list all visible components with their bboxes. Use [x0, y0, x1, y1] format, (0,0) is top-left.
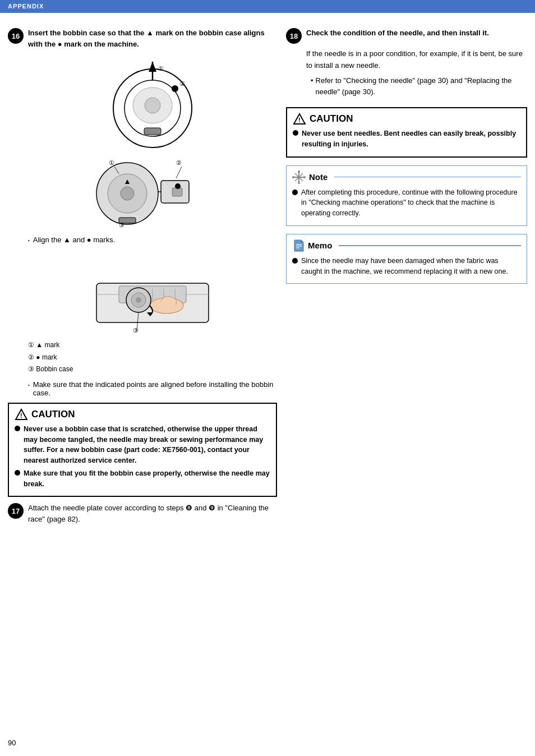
step16-header: 16 Insert the bobbin case so that the ▲ …: [8, 27, 277, 49]
memo-title: Memo: [292, 239, 521, 252]
caution-triangle-icon: !: [15, 408, 28, 421]
memo-item-1: Since the needle may have been damaged w…: [292, 256, 521, 277]
note-divider: [334, 177, 521, 178]
step18-body: If the needle is in a poor condition, fo…: [306, 48, 527, 98]
svg-text:③: ③: [133, 327, 139, 334]
step16-bullet2: • Make sure that the indicated points ar…: [28, 380, 277, 397]
legend-item-3: ③ Bobbin case: [28, 363, 277, 376]
caution-box-2: ! CAUTION Never use bent needles. Bent n…: [286, 107, 527, 158]
caution2-triangle-icon: !: [293, 113, 306, 125]
svg-point-36: [136, 297, 141, 303]
svg-text:③: ③: [119, 222, 124, 228]
header-label: APPENDIX: [8, 3, 44, 10]
svg-text:②: ②: [179, 80, 185, 87]
content-area: 16 Insert the bobbin case so that the ▲ …: [0, 19, 535, 540]
memo-icon: [292, 239, 305, 252]
page: APPENDIX 16 Insert the bobbin case so th…: [0, 0, 535, 756]
header-bar: APPENDIX: [0, 0, 535, 12]
svg-rect-3: [144, 128, 161, 135]
step17-circle: 17: [8, 503, 24, 519]
svg-rect-16: [172, 188, 182, 196]
svg-text:!: !: [298, 117, 301, 123]
bobbin-top-diagram: ① ②: [96, 55, 209, 150]
caution1-item1: Never use a bobbin case that is scratche…: [15, 424, 270, 466]
svg-text:①: ①: [109, 159, 114, 166]
step16-images: ① ②: [28, 55, 277, 230]
insertion-diagram: ③: [85, 250, 220, 334]
memo-box: Memo Since the needle may have been dama…: [286, 234, 527, 284]
step18-title: Check the condition of the needle, and t…: [306, 27, 489, 39]
section-divider: [0, 12, 535, 13]
svg-text:②: ②: [176, 159, 182, 166]
step16-text: Insert the bobbin case so that the ▲ mar…: [28, 27, 277, 49]
legend-item-2: ② ● mark: [28, 352, 277, 364]
step18-header: 18 Check the condition of the needle, an…: [286, 27, 527, 44]
step18-ref: • Refer to "Checking the needle" (page 3…: [311, 75, 527, 99]
memo-divider: [339, 245, 521, 246]
svg-text:①: ①: [158, 65, 164, 72]
svg-point-49: [298, 182, 300, 184]
step17-header: 17 Attach the needle plate cover accordi…: [8, 503, 277, 524]
bobbin-side-diagram: ① ② ③: [85, 157, 220, 230]
note-title: Note: [292, 170, 521, 184]
svg-point-48: [298, 170, 300, 173]
svg-point-4: [172, 85, 178, 92]
note-item-1: After completing this procedure, continu…: [292, 187, 521, 219]
caution2-item1: Never use bent needles. Bent needles can…: [293, 128, 520, 150]
right-column: 18 Check the condition of the needle, an…: [286, 27, 527, 529]
left-column: 16 Insert the bobbin case so that the ▲ …: [8, 27, 277, 529]
caution2-title: ! CAUTION: [293, 113, 520, 125]
svg-point-13: [121, 187, 134, 200]
note-icon: [292, 170, 306, 184]
step16-circle: 16: [8, 28, 24, 44]
svg-point-24: [175, 183, 181, 189]
legend: ① ▲ mark ② ● mark ③ Bobbin case: [28, 339, 277, 376]
caution-box-1: ! CAUTION Never use a bobbin case that i…: [8, 403, 277, 497]
svg-text:!: !: [20, 412, 22, 419]
step16-bullet1: • Align the ▲ and ● marks.: [28, 236, 277, 244]
note-box: Note After completing this procedure, co…: [286, 165, 527, 226]
svg-point-51: [303, 176, 306, 178]
step17-text: Attach the needle plate cover according …: [28, 503, 277, 524]
caution1-item2: Make sure that you fit the bobbin case p…: [15, 468, 270, 490]
legend-item-1: ① ▲ mark: [28, 339, 277, 352]
svg-line-21: [176, 167, 182, 178]
page-number: 90: [8, 739, 16, 747]
caution1-title: ! CAUTION: [15, 408, 270, 421]
step16-insertion-diagram: ③: [28, 250, 277, 334]
svg-point-10: [145, 98, 160, 113]
step18-circle: 18: [286, 28, 302, 44]
svg-point-50: [292, 176, 294, 178]
